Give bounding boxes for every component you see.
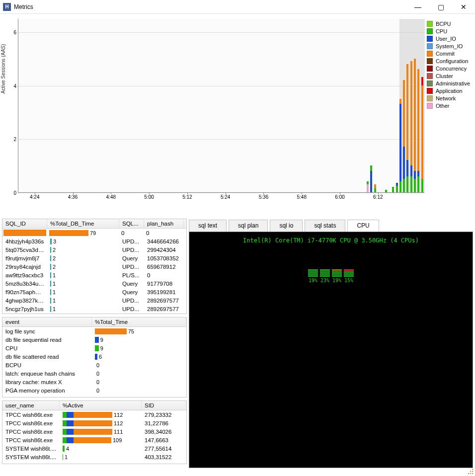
- svg-rect-5: [468, 473, 469, 474]
- chart-bar: [385, 190, 387, 192]
- chart-bar: [367, 181, 369, 192]
- cpu-pct: 23%: [320, 278, 330, 283]
- table-row[interactable]: f90zn75aphu4... 1 Query 395199281: [2, 288, 186, 296]
- tab-sql-plan[interactable]: sql plan: [229, 220, 268, 232]
- cell-pct-dbtime: 3: [47, 238, 119, 244]
- tab-sql-io[interactable]: sql io: [270, 220, 303, 232]
- table-row[interactable]: 5tq075cva3dga 2 UPD... 299424304: [2, 245, 186, 254]
- cell-sql-type: UPD...: [119, 264, 144, 270]
- chart-bar: [399, 99, 401, 192]
- col-event[interactable]: event: [2, 317, 92, 326]
- table-row[interactable]: db file sequential read 9: [2, 335, 186, 344]
- legend-swatch: [427, 28, 433, 34]
- table-row[interactable]: library cache: mutex X 0: [2, 378, 186, 386]
- minimize-button[interactable]: —: [406, 0, 429, 14]
- chart-bar: [414, 59, 416, 192]
- legend-item[interactable]: Application: [427, 88, 470, 94]
- table-row[interactable]: 79 0 0: [2, 229, 186, 237]
- table-row[interactable]: 5mz8u3b34u9... 1 Query 91779708: [2, 279, 186, 288]
- legend-item[interactable]: System_IO: [427, 43, 470, 49]
- cell-event: library cache: mutex X: [2, 379, 92, 385]
- col-sql-type[interactable]: SQL...: [119, 219, 144, 228]
- cell-plan-hash: 2892697577: [144, 298, 184, 304]
- legend-label: Application: [436, 88, 463, 94]
- col-sql-id[interactable]: SQL_ID: [2, 219, 47, 228]
- cell-sql-id: f90zn75aphu4...: [2, 289, 47, 295]
- event-panel: event %Total_Time log file sync 75db fil…: [2, 317, 187, 397]
- legend-swatch: [427, 80, 433, 86]
- table-row[interactable]: db file scattered read 6: [2, 352, 186, 361]
- table-row[interactable]: PGA memory operation 0: [2, 386, 186, 395]
- table-row[interactable]: TPCC wish86t.exe 109 147,6663: [2, 436, 186, 444]
- col-pct-db-time[interactable]: %Total_DB_Time: [47, 219, 119, 228]
- cell-sql-id: 5tq075cva3dga: [2, 247, 47, 253]
- sql-header-row[interactable]: SQL_ID %Total_DB_Time SQL... plan_hash: [2, 219, 186, 229]
- maximize-button[interactable]: ▢: [429, 0, 452, 14]
- close-button[interactable]: ✕: [452, 0, 475, 14]
- cell-sid: 277,55614: [142, 446, 186, 452]
- legend-item[interactable]: Configuration: [427, 58, 470, 64]
- legend-item[interactable]: BCPU: [427, 21, 470, 27]
- table-row[interactable]: BCPU 0: [2, 361, 186, 369]
- legend-item[interactable]: Other: [427, 103, 470, 109]
- tab-sql-text[interactable]: sql text: [189, 220, 227, 232]
- col-sid[interactable]: SID: [142, 401, 186, 410]
- table-row[interactable]: 5ncgz7pyjh1us 1 UPD... 2892697577: [2, 305, 186, 313]
- cell-plan-hash: 299424304: [144, 247, 184, 253]
- resize-grip[interactable]: [467, 468, 474, 475]
- legend-swatch: [427, 51, 433, 57]
- table-row[interactable]: 4ghwp3827k9... 1 UPD... 2892697577: [2, 296, 186, 305]
- cell-pct-time: 75: [92, 328, 186, 334]
- user-header-row[interactable]: user_name %Active SID: [2, 401, 186, 410]
- legend-item[interactable]: Concurrency: [427, 66, 470, 72]
- cell-pct-time: 0: [92, 388, 186, 394]
- chart-plot[interactable]: 02464:244:364:485:005:125:245:365:486:00…: [18, 19, 424, 193]
- legend-item[interactable]: Cluster: [427, 73, 470, 79]
- table-row[interactable]: TPCC wish86t.exe 112 279,23332: [2, 410, 186, 419]
- table-row[interactable]: aw9ttz9acxbc3 1 PL/S... 0: [2, 271, 186, 279]
- legend-label: Configuration: [436, 58, 468, 64]
- legend-swatch: [427, 73, 433, 79]
- cell-pct-dbtime: 2: [47, 255, 119, 261]
- legend-item[interactable]: CPU: [427, 28, 470, 34]
- svg-rect-1: [472, 471, 473, 472]
- cell-event: CPU: [2, 345, 92, 351]
- legend-item[interactable]: User_IO: [427, 36, 470, 42]
- event-header-row[interactable]: event %Total_Time: [2, 317, 186, 327]
- table-row[interactable]: TPCC wish86t.exe 111 398,34026: [2, 427, 186, 436]
- col-pct-active[interactable]: %Active: [60, 401, 142, 410]
- cell-pct-active: 112: [60, 412, 142, 418]
- table-row[interactable]: latch: enqueue hash chains 0: [2, 369, 186, 378]
- cell-sql-id: 5ncgz7pyjh1us: [2, 306, 47, 312]
- table-row[interactable]: CPU 9: [2, 344, 186, 352]
- tab-sql-stats[interactable]: sql stats: [305, 220, 345, 232]
- chart-bar: [406, 64, 408, 192]
- chart-bar: [370, 165, 372, 192]
- cell-sid: 398,34026: [142, 429, 186, 435]
- legend-item[interactable]: Administrative: [427, 80, 470, 86]
- table-row[interactable]: 4hbzjyh4p336s 3 UPD... 3446664266: [2, 237, 186, 245]
- legend-item[interactable]: Commit: [427, 51, 470, 57]
- svg-rect-0: [472, 469, 473, 470]
- col-user-name[interactable]: user_name: [2, 401, 60, 410]
- table-row[interactable]: TPCC wish86t.exe 112 31,22786: [2, 419, 186, 427]
- chart-ytick: 0: [13, 190, 16, 196]
- cell-sid: 279,23332: [142, 412, 186, 418]
- tab-CPU[interactable]: CPU: [347, 220, 379, 232]
- cell-plan-hash: 2892697577: [144, 306, 184, 312]
- table-row[interactable]: SYSTEM wish86t.... 4 277,55614: [2, 444, 186, 453]
- col-pct-time[interactable]: %Total_Time: [92, 317, 186, 326]
- cell-sql-id: f9rutjmvjm8j7: [2, 255, 47, 261]
- table-row[interactable]: f9rutjmvjm8j7 2 Query 1053708352: [2, 254, 186, 262]
- cell-pct-dbtime: 1: [47, 289, 119, 295]
- table-row[interactable]: SYSTEM wish86t.... 1 403,31522: [2, 453, 186, 461]
- cpu-pct: 19%: [308, 278, 318, 283]
- legend-swatch: [427, 103, 433, 109]
- col-plan-hash[interactable]: plan_hash: [144, 219, 184, 228]
- legend-item[interactable]: Network: [427, 95, 470, 101]
- cpu-core: [308, 269, 318, 277]
- legend-label: User_IO: [436, 36, 456, 42]
- cell-sql-type: PL/S...: [119, 272, 144, 278]
- table-row[interactable]: log file sync 75: [2, 327, 186, 335]
- table-row[interactable]: 29rsy84cajnjd 2 UPD... 659678912: [2, 262, 186, 271]
